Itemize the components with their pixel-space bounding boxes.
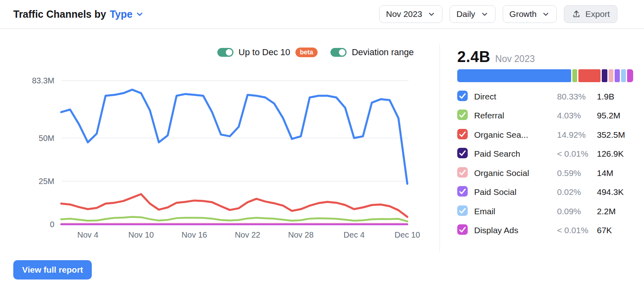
legend-label: Display Ads <box>474 226 557 235</box>
total-traffic-period: Nov 2023 <box>495 54 535 64</box>
checkbox-paid-search[interactable] <box>457 148 468 158</box>
deviation-range-toggle[interactable] <box>330 48 347 57</box>
legend-value: 14M <box>597 168 633 178</box>
bar-segment-organic-search <box>578 69 601 82</box>
up-to-dec10-toggle[interactable] <box>217 48 233 57</box>
bar-segment-referral <box>572 69 577 82</box>
legend-percent: < 0.01% <box>557 226 597 235</box>
toggle-group-deviation-range: Deviation range <box>330 47 414 58</box>
line-organic-search <box>61 194 407 217</box>
beta-badge: beta <box>295 48 318 57</box>
total-traffic-value: 2.4B <box>457 48 490 66</box>
check-icon <box>457 129 468 139</box>
checkbox-paid-social[interactable] <box>457 186 468 197</box>
bar-segment-display-ads <box>627 69 633 82</box>
x-tick-label: Dec 4 <box>344 230 365 239</box>
bar-segment-organic-social <box>609 69 613 82</box>
legend-row-paid-social: Paid Social 0.02% 494.3K <box>457 183 633 202</box>
total-row: 2.4B Nov 2023 <box>457 48 633 66</box>
metric-dropdown[interactable]: Growth <box>503 5 557 23</box>
legend-row-email: Email 0.09% 2.2M <box>457 202 633 221</box>
x-tick-label: Nov 16 <box>182 230 207 239</box>
bar-segment-direct <box>457 69 571 82</box>
main-content: Up to Dec 10 beta Deviation range 83.3M5… <box>0 29 644 280</box>
toggle-knob <box>339 49 345 56</box>
x-tick-label: Nov 28 <box>288 230 314 239</box>
x-tick-label: Nov 22 <box>235 230 260 239</box>
chart-toggles: Up to Dec 10 beta Deviation range <box>0 44 440 60</box>
check-icon <box>457 91 468 101</box>
channel-legend: Direct 80.33% 1.9B Referral 4.03% 95.2M … <box>457 87 633 240</box>
legend-percent: 4.03% <box>557 111 597 120</box>
x-tick-label: Nov 10 <box>128 230 154 239</box>
legend-percent: 14.92% <box>557 130 597 140</box>
type-selector-label: Type <box>110 8 133 20</box>
channel-distribution-bar <box>457 69 633 82</box>
metric-dropdown-value: Growth <box>510 9 537 19</box>
period-dropdown[interactable]: Nov 2023 <box>379 5 442 23</box>
export-button[interactable]: Export <box>564 5 617 23</box>
bar-segment-paid-search <box>602 69 607 82</box>
legend-label: Referral <box>474 111 557 120</box>
check-icon <box>457 205 468 216</box>
check-icon <box>457 110 468 120</box>
toggle-group-up-to-dec10: Up to Dec 10 beta <box>217 47 318 58</box>
legend-value: 95.2M <box>597 111 633 120</box>
traffic-line-chart: 83.3M50M25M0Nov 4Nov 10Nov 16Nov 22Nov 2… <box>13 64 432 246</box>
checkbox-referral[interactable] <box>457 110 468 120</box>
legend-row-display-ads: Display Ads < 0.01% 67K <box>457 221 633 240</box>
legend-row-organic-social: Organic Social 0.59% 14M <box>457 164 633 183</box>
header-controls: Nov 2023 Daily Growth Export <box>379 5 617 23</box>
legend-label: Organic Sea... <box>474 130 557 140</box>
legend-label: Email <box>474 207 557 216</box>
toggle-knob <box>226 49 232 56</box>
legend-percent: < 0.01% <box>557 149 597 159</box>
deviation-range-label: Deviation range <box>352 47 414 58</box>
legend-label: Organic Social <box>474 168 557 178</box>
title-text: Traffic Channels by <box>13 8 106 20</box>
checkbox-email[interactable] <box>457 205 468 216</box>
check-icon <box>457 186 468 197</box>
export-button-label: Export <box>585 9 610 19</box>
checkbox-direct[interactable] <box>457 91 468 101</box>
y-tick-label: 0 <box>50 220 54 229</box>
checkbox-organic-search[interactable] <box>457 129 468 139</box>
line-referral <box>61 217 407 222</box>
bar-segment-email <box>621 69 626 82</box>
legend-percent: 80.33% <box>557 92 597 101</box>
summary-panel: 2.4B Nov 2023 Direct 80.33% 1.9B Referra… <box>440 44 644 252</box>
check-icon <box>457 148 468 158</box>
legend-label: Paid Search <box>474 149 557 159</box>
legend-percent: 0.09% <box>557 207 597 216</box>
legend-value: 2.2M <box>597 207 633 216</box>
page-title: Traffic Channels by Type <box>13 8 144 20</box>
chevron-down-icon <box>481 10 489 18</box>
checkbox-display-ads[interactable] <box>457 224 468 235</box>
bar-segment-paid-social <box>615 69 620 82</box>
chevron-down-icon <box>135 10 144 19</box>
widget-header: Traffic Channels by Type Nov 2023 Daily … <box>0 0 644 29</box>
x-tick-label: Nov 4 <box>77 230 98 239</box>
legend-row-organic-search: Organic Sea... 14.92% 352.5M <box>457 125 633 145</box>
period-dropdown-value: Nov 2023 <box>386 9 422 19</box>
legend-row-direct: Direct 80.33% 1.9B <box>457 87 633 106</box>
chevron-down-icon <box>542 10 550 18</box>
legend-row-paid-search: Paid Search < 0.01% 126.9K <box>457 145 633 164</box>
check-icon <box>457 224 468 235</box>
legend-value: 1.9B <box>597 92 633 101</box>
legend-percent: 0.02% <box>557 187 597 197</box>
checkbox-organic-social[interactable] <box>457 167 468 178</box>
legend-value: 67K <box>597 226 633 235</box>
type-selector[interactable]: Type <box>110 8 144 20</box>
granularity-dropdown-value: Daily <box>456 9 475 19</box>
y-tick-label: 83.3M <box>32 76 54 85</box>
legend-value: 494.3K <box>597 187 633 197</box>
line-direct <box>61 90 407 184</box>
legend-percent: 0.59% <box>557 168 597 178</box>
check-icon <box>457 167 468 178</box>
granularity-dropdown[interactable]: Daily <box>450 5 495 23</box>
view-full-report-button[interactable]: View full report <box>13 260 92 280</box>
y-tick-label: 50M <box>39 134 54 143</box>
legend-value: 126.9K <box>597 149 633 159</box>
chevron-down-icon <box>427 10 436 18</box>
